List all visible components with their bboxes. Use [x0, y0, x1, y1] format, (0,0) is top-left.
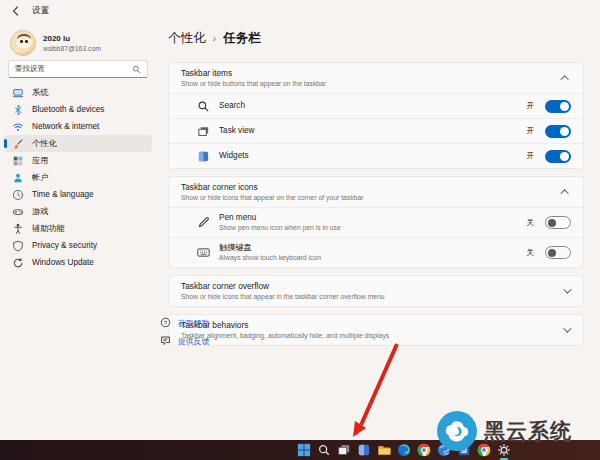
settings-window: 设置 2020 lu wslbb87@163.com 查找设置 系统Blueto…: [0, 0, 600, 440]
search-toggle[interactable]: [545, 100, 571, 113]
back-icon[interactable]: [10, 5, 22, 17]
sidebar-item-label: 辅助功能: [32, 223, 65, 234]
expander-header[interactable]: Taskbar corner iconsShow or hide icons t…: [169, 177, 583, 207]
toggle-knob: [560, 102, 569, 111]
sidebar-item-label: 个性化: [32, 138, 57, 149]
toggle-knob: [548, 219, 556, 227]
update-icon: [12, 257, 24, 269]
expander-header[interactable]: Taskbar itemsShow or hide buttons that a…: [169, 63, 583, 93]
row-title: Search: [219, 101, 518, 111]
expander-header[interactable]: Taskbar behaviorsTaskbar alignment, badg…: [169, 315, 583, 345]
taskbar-file-explorer-icon[interactable]: [376, 442, 392, 458]
toggle-state-label: 关: [527, 248, 535, 258]
toggle-knob: [548, 249, 556, 257]
sidebar-item-time[interactable]: Time & language: [4, 186, 152, 203]
row-title: 触摸键盘: [219, 243, 518, 253]
search-input[interactable]: 查找设置: [8, 60, 148, 78]
taskbar-widgets-icon[interactable]: [356, 442, 372, 458]
card-title: Taskbar corner icons: [181, 182, 563, 193]
sidebar-item-bluetooth[interactable]: Bluetooth & devices: [4, 101, 152, 118]
settings-row-search: Search开: [169, 93, 583, 118]
sidebar-item-privacy[interactable]: Privacy & security: [4, 237, 152, 254]
toggle-knob: [560, 152, 569, 161]
gaming-icon: [12, 206, 24, 218]
search-icon: [197, 100, 210, 113]
chevron-down-icon: [563, 324, 571, 332]
sidebar-item-accessibility[interactable]: 辅助功能: [4, 220, 152, 237]
window-title: 设置: [32, 5, 49, 17]
toggle-state-label: 开: [527, 126, 535, 136]
toggle-knob: [560, 127, 569, 136]
sidebar-item-apps[interactable]: 应用: [4, 152, 152, 169]
chevron-down-icon: [563, 285, 571, 293]
search-placeholder: 查找设置: [15, 64, 132, 74]
personalization-icon: [12, 138, 24, 150]
card-subtitle: Show or hide buttons that appear on the …: [181, 79, 563, 88]
watermark: 黑云系统: [436, 410, 572, 452]
toggle-state-label: 开: [527, 101, 535, 111]
titlebar: 设置: [0, 0, 600, 22]
privacy-icon: [12, 240, 24, 252]
system-icon: [12, 87, 24, 99]
card-taskbar-corner-overflow: Taskbar corner overflowShow or hide icon…: [168, 275, 584, 307]
sidebar-item-system[interactable]: 系统: [4, 84, 152, 101]
sidebar-item-label: 游戏: [32, 206, 48, 217]
settings-row-widgets: Widgets开: [169, 143, 583, 168]
link-help[interactable]: ?获取帮助: [160, 314, 209, 332]
footer-links: ?获取帮助提供反馈: [160, 314, 209, 350]
taskbar-edge-icon[interactable]: [396, 442, 412, 458]
time-icon: [12, 189, 24, 201]
taskbar-chrome-icon[interactable]: [416, 442, 432, 458]
widgets-toggle[interactable]: [545, 150, 571, 163]
card-subtitle: Show or hide icons that appear in the ta…: [181, 292, 563, 301]
sidebar-nav: 系统Bluetooth & devicesNetwork & internet个…: [4, 84, 152, 271]
breadcrumb-parent[interactable]: 个性化: [168, 30, 206, 47]
card-title: Taskbar corner overflow: [181, 281, 563, 292]
sidebar: 2020 lu wslbb87@163.com 查找设置 系统Bluetooth…: [0, 22, 156, 440]
sidebar-item-label: Time & language: [32, 190, 94, 199]
network-icon: [12, 121, 24, 133]
pen-toggle[interactable]: [545, 216, 571, 229]
taskbar-search-icon[interactable]: [316, 442, 332, 458]
expander-header[interactable]: Taskbar corner overflowShow or hide icon…: [169, 276, 583, 306]
account-block[interactable]: 2020 lu wslbb87@163.com: [10, 30, 101, 56]
sidebar-item-gaming[interactable]: 游戏: [4, 203, 152, 220]
settings-row-taskview: Task view开: [169, 118, 583, 143]
sidebar-item-label: 系统: [32, 87, 48, 98]
settings-row-pen: Pen menuShow pen menu icon when pen is i…: [169, 207, 583, 237]
card-title: Taskbar items: [181, 68, 563, 79]
search-icon: [132, 65, 141, 74]
taskview-toggle[interactable]: [545, 125, 571, 138]
row-title: Widgets: [219, 151, 518, 161]
apps-icon: [12, 155, 24, 167]
watermark-text: 黑云系统: [484, 417, 572, 445]
toggle-state-label: 关: [527, 218, 535, 228]
sidebar-item-label: Bluetooth & devices: [32, 105, 104, 114]
taskbar-task-view-icon[interactable]: [336, 442, 352, 458]
card-taskbar-items: Taskbar itemsShow or hide buttons that a…: [168, 62, 584, 169]
sidebar-item-accounts[interactable]: 帐户: [4, 169, 152, 186]
page-title: 任务栏: [223, 30, 261, 47]
row-title: Task view: [219, 126, 518, 136]
svg-text:?: ?: [164, 319, 168, 325]
card-taskbar-corner-icons: Taskbar corner iconsShow or hide icons t…: [168, 176, 584, 268]
sidebar-item-label: Privacy & security: [32, 241, 97, 250]
sidebar-item-label: Network & internet: [32, 122, 99, 131]
pen-icon: [197, 216, 210, 229]
card-subtitle: Taskbar alignment, badging, automaticall…: [181, 331, 563, 340]
sidebar-item-personalization[interactable]: 个性化: [4, 135, 152, 152]
sidebar-item-update[interactable]: Windows Update: [4, 254, 152, 271]
feedback-icon: [160, 335, 171, 348]
taskbar-windows-start-icon[interactable]: [296, 442, 312, 458]
card-title: Taskbar behaviors: [181, 320, 563, 331]
toggle-state-label: 开: [527, 151, 535, 161]
breadcrumb-separator: ›: [213, 32, 217, 44]
card-subtitle: Show or hide icons that appear on the co…: [181, 193, 563, 202]
link-label: 获取帮助: [178, 318, 209, 329]
bluetooth-icon: [12, 104, 24, 116]
keyboard-toggle[interactable]: [545, 246, 571, 259]
sidebar-item-network[interactable]: Network & internet: [4, 118, 152, 135]
sidebar-item-label: Windows Update: [32, 258, 94, 267]
accessibility-icon: [12, 223, 24, 235]
link-feedback[interactable]: 提供反馈: [160, 332, 209, 350]
